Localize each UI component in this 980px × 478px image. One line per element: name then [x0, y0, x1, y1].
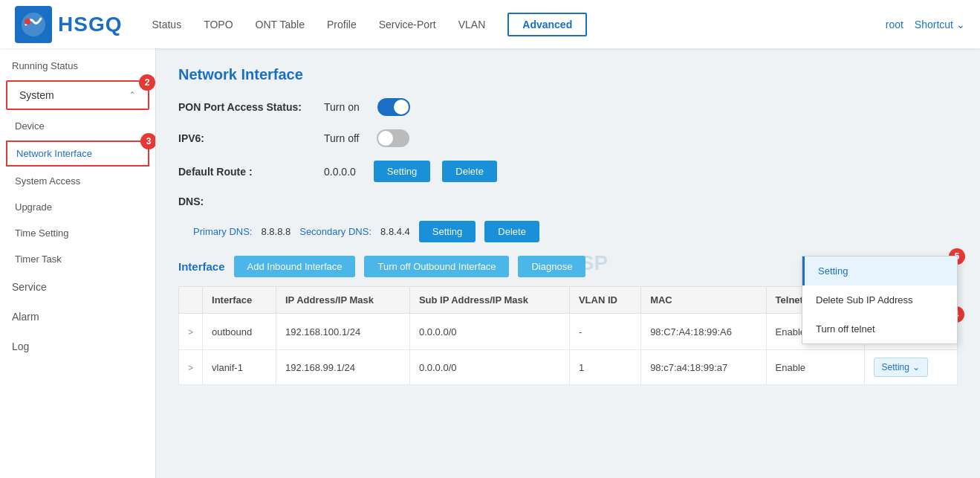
- dropdown-item-setting[interactable]: Setting: [802, 256, 957, 285]
- dns-delete-button[interactable]: Delete: [484, 221, 539, 242]
- row1-expand[interactable]: >: [179, 314, 203, 350]
- default-route-value: 0.0.0.0: [324, 166, 356, 178]
- nav-service-port[interactable]: Service-Port: [379, 15, 436, 34]
- default-route-delete-button[interactable]: Delete: [442, 161, 497, 182]
- interface-header: Interface Add Inbound Interface Turn off…: [178, 256, 958, 277]
- interface-section: Interface Add Inbound Interface Turn off…: [178, 256, 958, 385]
- nav-ont-table[interactable]: ONT Table: [256, 15, 305, 34]
- row2-action: Setting ⌄: [864, 350, 957, 385]
- ipv6-row: IPV6: Turn off: [178, 129, 958, 147]
- root-link[interactable]: root: [886, 19, 903, 30]
- sidebar-item-log[interactable]: Log: [0, 332, 155, 361]
- col-interface: Interface: [203, 287, 276, 314]
- nav-status[interactable]: Status: [152, 15, 181, 34]
- sidebar-item-timer-task-label: Timer Task: [15, 253, 62, 265]
- interface-title: Interface: [178, 260, 225, 273]
- row2-interface: vlanif-1: [203, 350, 276, 385]
- sidebar-item-upgrade-label: Upgrade: [15, 201, 52, 213]
- default-route-setting-button[interactable]: Setting: [374, 161, 430, 182]
- row2-mac: 98:c7:a4:18:99:a7: [641, 350, 766, 385]
- turn-off-outbound-button[interactable]: Turn off Outbound Interface: [364, 256, 509, 277]
- nav-advanced[interactable]: Advanced: [507, 13, 587, 36]
- sidebar-item-device[interactable]: Device: [0, 113, 155, 139]
- sidebar-item-service[interactable]: Service: [0, 272, 155, 302]
- col-expand: [179, 287, 203, 314]
- logo-icon: [15, 6, 52, 43]
- primary-dns-value: 8.8.8.8: [261, 226, 291, 237]
- row2-setting-label: Setting: [882, 362, 909, 372]
- sidebar-running-status[interactable]: Running Status: [0, 48, 155, 77]
- sidebar-item-network-interface-label: Network Interface: [16, 148, 92, 159]
- primary-dns-label: Primary DNS:: [193, 226, 252, 237]
- diagnose-button[interactable]: Diagnose: [518, 256, 585, 277]
- logo: HSGQ: [15, 6, 122, 43]
- col-ip: IP Address/IP Mask: [276, 287, 409, 314]
- row1-interface: outbound: [203, 314, 276, 350]
- header: HSGQ Status TOPO ONT Table Profile Servi…: [0, 0, 980, 48]
- add-inbound-button[interactable]: Add Inbound Interface: [234, 256, 356, 277]
- dropdown-item-delete-sub-ip[interactable]: Delete Sub IP Address: [802, 285, 957, 314]
- sidebar-item-service-label: Service: [12, 281, 47, 293]
- shortcut-button[interactable]: Shortcut ⌄: [915, 19, 965, 30]
- sidebar-item-upgrade[interactable]: Upgrade: [0, 194, 155, 220]
- svg-point-1: [25, 19, 30, 25]
- sidebar-item-alarm-label: Alarm: [12, 311, 39, 323]
- ipv6-value: Turn off: [324, 132, 359, 144]
- chevron-up-icon: ⌃: [129, 90, 136, 100]
- dns-label-row: DNS:: [178, 196, 958, 207]
- sidebar-item-network-interface[interactable]: Network Interface: [6, 141, 149, 167]
- pon-port-label: PON Port Access Status:: [178, 101, 312, 113]
- row2-vlan: 1: [569, 350, 640, 385]
- sidebar-item-system-access-label: System Access: [15, 175, 80, 187]
- row1-vlan: -: [569, 314, 640, 350]
- sidebar-item-alarm[interactable]: Alarm: [0, 302, 155, 332]
- row2-ip: 192.168.99.1/24: [276, 350, 409, 385]
- layout: Running Status 2 System ⌃ Device 3 Netwo…: [0, 48, 980, 478]
- dns-values-row: Primary DNS: 8.8.8.8 Secondary DNS: 8.8.…: [193, 221, 958, 242]
- expand-arrow-icon: >: [188, 363, 193, 373]
- nav-vlan[interactable]: VLAN: [458, 15, 486, 34]
- dns-setting-button[interactable]: Setting: [419, 221, 476, 242]
- nav-profile[interactable]: Profile: [327, 15, 357, 34]
- setting-dropdown-menu: Setting Delete Sub IP Address Turn off t…: [802, 256, 958, 344]
- sidebar-section-system: 2 System ⌃: [6, 80, 149, 110]
- ipv6-toggle[interactable]: [377, 129, 409, 147]
- row1-sub-ip: 0.0.0.0/0: [409, 314, 569, 350]
- row1-mac: 98:C7:A4:18:99:A6: [641, 314, 766, 350]
- col-mac: MAC: [641, 287, 766, 314]
- row2-telnet: Enable: [766, 350, 864, 385]
- ipv6-toggle-knob: [378, 131, 393, 146]
- sidebar-section-system-header[interactable]: System ⌃: [7, 82, 148, 109]
- row2-expand[interactable]: >: [179, 350, 203, 385]
- chevron-down-icon-row2: ⌄: [912, 362, 920, 372]
- dns-section: DNS: Primary DNS: 8.8.8.8 Secondary DNS:…: [178, 196, 958, 242]
- sidebar-system-items: Device 3 Network Interface System Access…: [0, 113, 155, 272]
- ipv6-label: IPV6:: [178, 132, 312, 144]
- row2-sub-ip: 0.0.0.0/0: [409, 350, 569, 385]
- main-content: ForoISP Network Interface PON Port Acces…: [156, 48, 980, 478]
- pon-port-toggle-knob: [394, 100, 409, 114]
- shortcut-label: Shortcut: [915, 19, 953, 30]
- dropdown-item-turn-off-telnet[interactable]: Turn off telnet: [802, 314, 957, 343]
- default-route-label: Default Route :: [178, 166, 312, 178]
- sidebar-item-time-setting[interactable]: Time Setting: [0, 220, 155, 246]
- sidebar-section-system-label: System: [19, 89, 54, 101]
- nav-topo[interactable]: TOPO: [204, 15, 233, 34]
- chevron-down-icon: ⌄: [956, 19, 965, 30]
- page-title: Network Interface: [178, 66, 958, 83]
- table-row: > vlanif-1 192.168.99.1/24 0.0.0.0/0 1 9…: [179, 350, 958, 385]
- col-sub-ip: Sub IP Address/IP Mask: [409, 287, 569, 314]
- col-vlan: VLAN ID: [569, 287, 640, 314]
- sidebar: Running Status 2 System ⌃ Device 3 Netwo…: [0, 48, 156, 478]
- sidebar-item-log-label: Log: [12, 340, 29, 352]
- expand-arrow-icon: >: [188, 327, 193, 337]
- sidebar-item-timer-task[interactable]: Timer Task: [0, 246, 155, 272]
- row1-ip: 192.168.100.1/24: [276, 314, 409, 350]
- sidebar-item-device-label: Device: [15, 120, 45, 132]
- pon-port-toggle[interactable]: [377, 98, 410, 116]
- logo-text: HSGQ: [58, 13, 122, 36]
- callout-3: 3: [140, 133, 156, 149]
- sidebar-item-system-access[interactable]: System Access: [0, 168, 155, 194]
- row2-setting-button[interactable]: Setting ⌄: [874, 358, 928, 377]
- secondary-dns-label: Secondary DNS:: [299, 226, 371, 237]
